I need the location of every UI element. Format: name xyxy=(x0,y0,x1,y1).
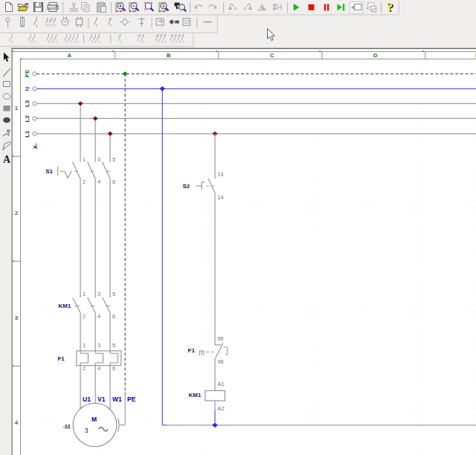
svg-text:4: 4 xyxy=(97,365,100,372)
svg-text:3: 3 xyxy=(15,314,19,321)
svg-text:PE: PE xyxy=(24,69,30,77)
svg-text:1: 1 xyxy=(15,105,19,112)
svg-text:1: 1 xyxy=(83,291,86,297)
svg-text:L2: L2 xyxy=(24,115,30,123)
svg-text:S2: S2 xyxy=(183,183,190,190)
svg-text:C: C xyxy=(270,52,274,59)
svg-text:2: 2 xyxy=(83,178,86,185)
svg-text:6: 6 xyxy=(112,313,115,320)
svg-text:4: 4 xyxy=(97,178,100,185)
svg-text:A: A xyxy=(67,52,71,59)
svg-text:?: ? xyxy=(387,0,393,14)
svg-text:M: M xyxy=(91,416,97,423)
svg-text:F1: F1 xyxy=(188,347,196,354)
svg-text:3: 3 xyxy=(97,342,100,349)
svg-text:KM1: KM1 xyxy=(189,392,202,398)
svg-text:4: 4 xyxy=(97,313,100,320)
svg-text:3: 3 xyxy=(97,156,100,163)
svg-text:L1: L1 xyxy=(24,130,30,138)
svg-text:PE: PE xyxy=(127,396,136,403)
svg-text:2: 2 xyxy=(15,210,19,216)
svg-text:13: 13 xyxy=(217,171,223,178)
svg-text:6: 6 xyxy=(112,178,115,185)
svg-text:X-: X- xyxy=(32,143,39,149)
svg-text:1: 1 xyxy=(83,156,86,163)
svg-text:96: 96 xyxy=(218,358,224,365)
svg-text:U1: U1 xyxy=(83,396,91,403)
svg-text:B: B xyxy=(167,52,171,59)
svg-text:A2: A2 xyxy=(218,405,225,412)
svg-text:2: 2 xyxy=(83,365,86,372)
svg-text:5: 5 xyxy=(112,291,115,297)
svg-text:2: 2 xyxy=(83,313,86,320)
svg-text:A: A xyxy=(3,154,11,165)
svg-text:95: 95 xyxy=(217,335,223,342)
svg-text:L3: L3 xyxy=(24,100,30,107)
svg-text:5: 5 xyxy=(112,342,115,349)
svg-text:5: 5 xyxy=(112,156,115,163)
svg-text:4: 4 xyxy=(15,419,19,426)
svg-text:14: 14 xyxy=(217,194,223,201)
svg-text:10: 10 xyxy=(184,19,190,25)
svg-text:A1: A1 xyxy=(218,381,225,387)
svg-text:S1: S1 xyxy=(45,168,53,175)
svg-text:W1: W1 xyxy=(112,396,122,403)
svg-text:-M: -M xyxy=(63,423,71,430)
svg-text:3: 3 xyxy=(97,291,100,297)
svg-text:F1: F1 xyxy=(57,355,65,362)
svg-text:KM1: KM1 xyxy=(59,303,71,309)
svg-text:1: 1 xyxy=(83,342,86,349)
svg-text:6: 6 xyxy=(112,365,115,372)
svg-text:N: N xyxy=(24,87,30,91)
svg-text:D: D xyxy=(373,52,378,59)
svg-text:V1: V1 xyxy=(97,396,106,403)
svg-text:3: 3 xyxy=(85,427,89,434)
